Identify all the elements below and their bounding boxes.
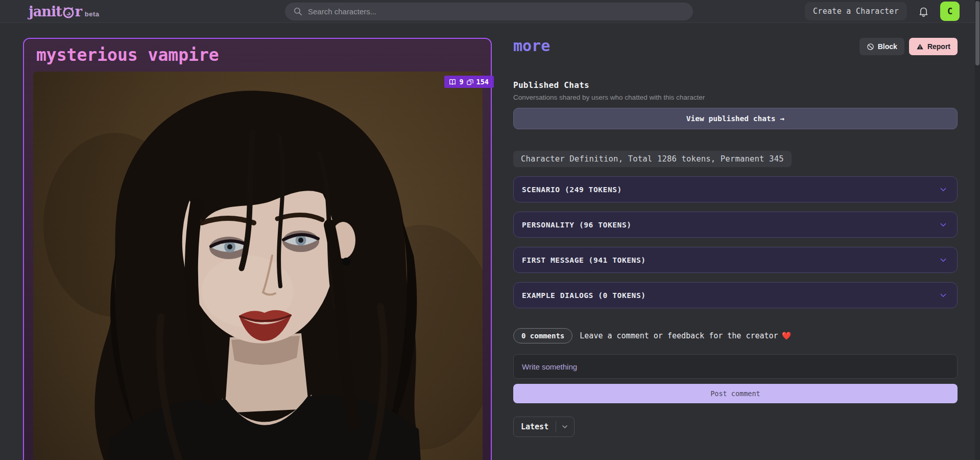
view-published-chats-label: View published chats: [686, 114, 776, 123]
page-scrollbar[interactable]: [975, 0, 980, 460]
search-icon: [293, 7, 303, 16]
accordion-label: FIRST MESSAGE (941 TOKENS): [522, 256, 646, 264]
scrollbar-thumb[interactable]: [975, 1, 979, 65]
chevron-down-icon: [939, 291, 948, 300]
comments-count-badge[interactable]: 0 comments: [513, 328, 572, 343]
warning-triangle-icon: [916, 43, 924, 51]
user-avatar[interactable]: C: [940, 2, 960, 21]
notifications-button[interactable]: [918, 6, 929, 17]
sort-selected-value: Latest: [521, 422, 548, 431]
character-portrait[interactable]: [33, 72, 483, 460]
character-title: mysterious vampire: [24, 39, 491, 65]
book-count: 9: [459, 78, 463, 86]
chats-icon: [466, 78, 474, 86]
janitor-logo[interactable]: janit r beta: [29, 4, 100, 19]
comments-prompt-text: Leave a comment or feedback for the crea…: [580, 331, 778, 340]
view-published-chats-button[interactable]: View published chats →: [513, 108, 958, 129]
character-stats-badge: 9 154: [444, 76, 494, 88]
character-card: mysterious vampire 9 154: [23, 38, 492, 460]
character-definition-summary: Character Definition, Total 1286 tokens,…: [513, 151, 792, 167]
page-title: more: [513, 38, 550, 54]
dropdown-divider: [556, 421, 556, 432]
portrait-illustration: [33, 72, 483, 460]
panel-header: more Block Report: [513, 38, 958, 56]
chevron-down-icon: [561, 423, 569, 431]
comments-prompt: Leave a comment or feedback for the crea…: [580, 331, 791, 340]
post-comment-button[interactable]: Post comment: [513, 384, 958, 403]
heart-icon: ❤️: [782, 331, 792, 340]
logo-text-right: r: [75, 4, 82, 19]
header-actions: Block Report: [859, 38, 958, 55]
accordion-example-dialogs[interactable]: EXAMPLE DIALOGS (0 TOKENS): [513, 282, 958, 308]
block-label: Block: [878, 42, 897, 51]
logo-text-left: janit: [29, 4, 62, 19]
chevron-down-icon: [939, 256, 948, 265]
chevron-down-icon: [939, 185, 948, 194]
comments-header-row: 0 comments Leave a comment or feedback f…: [513, 328, 958, 343]
chevron-down-icon: [939, 220, 948, 229]
cat-logo-icon: [62, 6, 75, 18]
report-button[interactable]: Report: [909, 38, 958, 55]
character-detail-panel: more Block Report Published Chats Conver…: [513, 38, 958, 437]
logo-wordmark: janit r: [29, 4, 82, 19]
chat-count: 154: [476, 78, 489, 86]
comment-input[interactable]: [513, 354, 958, 379]
search-input[interactable]: [308, 7, 685, 16]
block-icon: [867, 43, 874, 51]
published-chats-heading: Published Chats: [513, 80, 958, 90]
block-button[interactable]: Block: [859, 38, 904, 55]
navbar-right-group: Create a Character C: [805, 2, 960, 21]
accordion-personality[interactable]: PERSONALITY (96 TOKENS): [513, 212, 958, 238]
book-open-icon: [448, 78, 457, 86]
bell-icon: [918, 6, 929, 17]
accordion-first-message[interactable]: FIRST MESSAGE (941 TOKENS): [513, 247, 958, 273]
arrow-right-icon: →: [780, 114, 784, 123]
sort-dropdown[interactable]: Latest: [513, 417, 575, 437]
accordion-scenario[interactable]: SCENARIO (249 TOKENS): [513, 176, 958, 202]
top-navbar: janit r beta Create a Character C: [0, 0, 980, 23]
create-character-button[interactable]: Create a Character: [805, 2, 907, 20]
accordion-label: EXAMPLE DIALOGS (0 TOKENS): [522, 291, 646, 300]
search-bar[interactable]: [285, 3, 693, 20]
accordion-label: PERSONALITY (96 TOKENS): [522, 221, 632, 229]
beta-tag: beta: [85, 10, 100, 18]
accordion-label: SCENARIO (249 TOKENS): [522, 186, 622, 194]
published-chats-subtitle: Conversations shared by users who chatte…: [513, 94, 958, 101]
report-label: Report: [927, 42, 950, 51]
